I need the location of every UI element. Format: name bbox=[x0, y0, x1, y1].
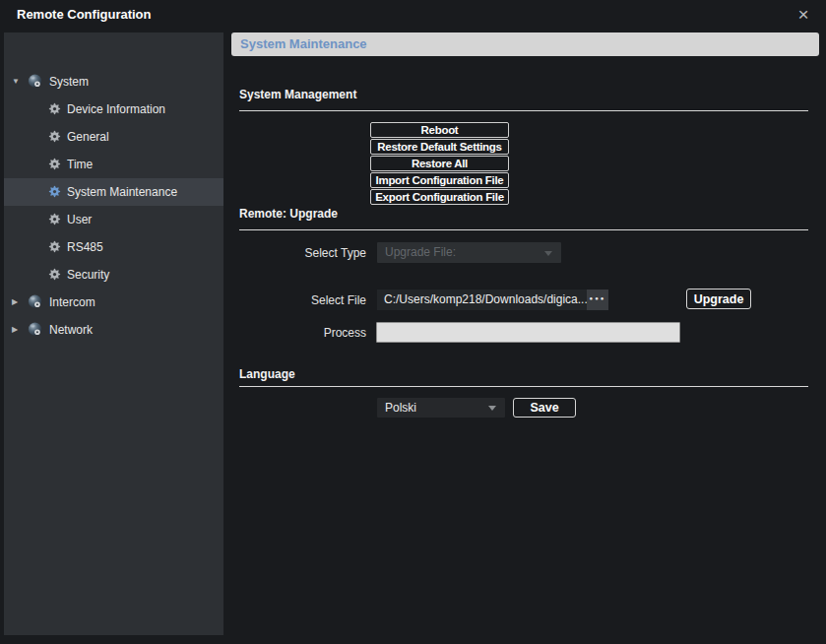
globe-gear-icon bbox=[28, 322, 42, 340]
select-file-label: Select File bbox=[236, 293, 366, 307]
collapse-arrow-icon: ▶ bbox=[12, 316, 24, 344]
process-label: Process bbox=[236, 326, 366, 340]
sidebar-item-label: User bbox=[67, 206, 92, 233]
page-title: System Maintenance bbox=[231, 32, 819, 56]
section-title-remote-upgrade: Remote: Upgrade bbox=[239, 207, 338, 221]
sidebar-item-label: RS485 bbox=[67, 233, 103, 261]
select-file-value: C:/Users/komp218/Downloads/digica... bbox=[384, 292, 588, 306]
select-type-label: Select Type bbox=[236, 246, 366, 260]
sidebar-item-label: Intercom bbox=[49, 289, 95, 316]
globe-gear-icon bbox=[28, 294, 42, 312]
select-type-dropdown[interactable]: Upgrade File: bbox=[377, 242, 561, 263]
sidebar-item-device-information[interactable]: Device Information bbox=[4, 96, 223, 123]
system-management-buttons: Reboot Restore Default Settings Restore … bbox=[370, 122, 509, 206]
section-title-system-management: System Management bbox=[239, 88, 356, 101]
sidebar-item-label: General bbox=[67, 123, 109, 151]
remote-configuration-dialog: Remote Configuration × ▼ System Device I… bbox=[0, 0, 826, 644]
sidebar-item-system[interactable]: ▼ System bbox=[4, 68, 223, 96]
section-divider bbox=[239, 229, 808, 230]
sidebar-tree: ▼ System Device Information General Time bbox=[4, 32, 223, 635]
gear-icon bbox=[48, 213, 61, 225]
section-title-language: Language bbox=[239, 367, 295, 381]
gear-icon bbox=[48, 240, 61, 253]
select-file-input[interactable]: C:/Users/komp218/Downloads/digica... ●●● bbox=[377, 290, 608, 310]
sidebar-item-security[interactable]: Security bbox=[4, 261, 223, 289]
gear-icon bbox=[48, 102, 61, 115]
upgrade-button[interactable]: Upgrade bbox=[686, 289, 751, 309]
process-progress-bar bbox=[376, 322, 680, 343]
sidebar-item-label: Time bbox=[67, 151, 93, 178]
gear-icon bbox=[48, 130, 61, 143]
gear-icon bbox=[48, 158, 61, 170]
sidebar-item-label: System Maintenance bbox=[67, 178, 177, 206]
collapse-arrow-icon: ▶ bbox=[12, 289, 24, 316]
restore-all-button[interactable]: Restore All bbox=[370, 156, 509, 171]
sidebar-item-system-maintenance[interactable]: System Maintenance bbox=[4, 178, 223, 206]
language-value: Polski bbox=[385, 401, 416, 415]
export-configuration-file-button[interactable]: Export Configuration File bbox=[370, 189, 509, 205]
window-title: Remote Configuration bbox=[17, 7, 152, 22]
sidebar-item-time[interactable]: Time bbox=[4, 151, 223, 178]
section-divider bbox=[239, 386, 808, 387]
sidebar-item-intercom[interactable]: ▶ Intercom bbox=[4, 289, 223, 316]
chevron-down-icon bbox=[488, 406, 496, 411]
language-dropdown[interactable]: Polski bbox=[377, 398, 505, 418]
sidebar-item-general[interactable]: General bbox=[4, 123, 223, 151]
restore-default-settings-button[interactable]: Restore Default Settings bbox=[370, 139, 509, 155]
titlebar: Remote Configuration × bbox=[0, 0, 826, 32]
sidebar-item-label: System bbox=[49, 68, 89, 96]
import-configuration-file-button[interactable]: Import Configuration File bbox=[370, 172, 509, 188]
sidebar-item-label: Network bbox=[49, 316, 93, 344]
sidebar-item-rs485[interactable]: RS485 bbox=[4, 233, 223, 261]
reboot-button[interactable]: Reboot bbox=[370, 122, 509, 138]
expand-arrow-icon: ▼ bbox=[12, 68, 24, 96]
gear-icon bbox=[48, 268, 61, 281]
gear-icon bbox=[48, 185, 61, 198]
browse-file-button[interactable]: ●●● bbox=[587, 290, 608, 310]
chevron-down-icon bbox=[544, 251, 552, 256]
globe-gear-icon bbox=[28, 74, 42, 92]
save-button[interactable]: Save bbox=[513, 398, 576, 418]
close-icon[interactable]: × bbox=[791, 2, 816, 28]
sidebar-item-label: Device Information bbox=[67, 96, 165, 123]
sidebar-item-label: Security bbox=[67, 261, 109, 289]
section-divider bbox=[239, 110, 808, 111]
sidebar-item-user[interactable]: User bbox=[4, 206, 223, 233]
select-type-value: Upgrade File: bbox=[385, 245, 456, 259]
sidebar-item-network[interactable]: ▶ Network bbox=[4, 316, 223, 344]
